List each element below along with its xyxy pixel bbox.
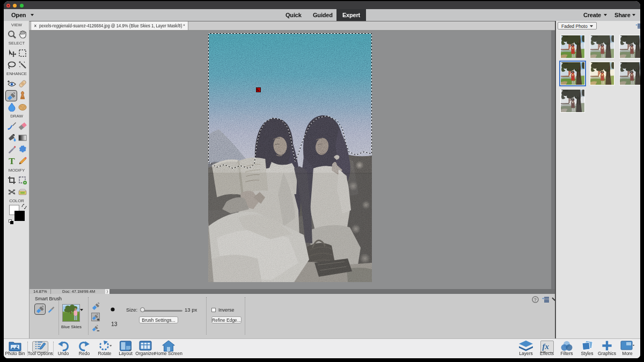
svg-text:?: ?: [534, 297, 537, 302]
svg-text:T: T: [9, 156, 15, 166]
